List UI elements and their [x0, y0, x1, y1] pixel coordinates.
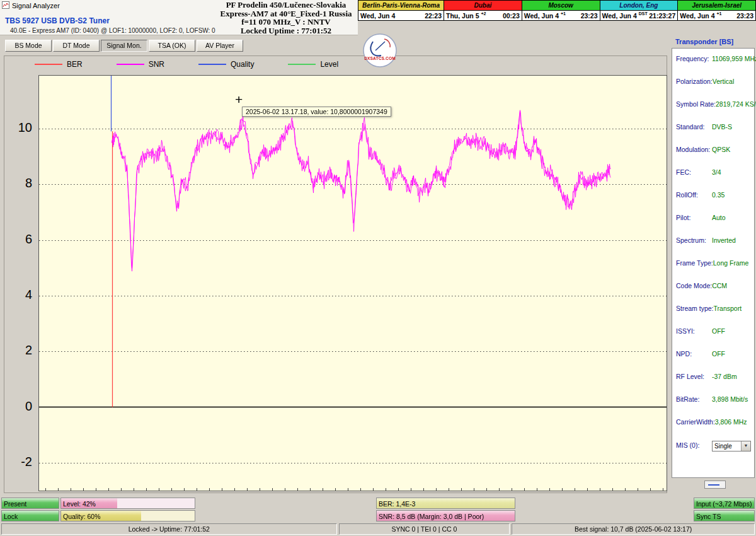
- clock-dubai: DubaiThu, Jun 5+200:23: [444, 0, 522, 21]
- clock-date: Wed, Jun 4: [524, 12, 559, 20]
- transponder-row-bitrate: BitRate:3,898 Mbit/s: [672, 395, 754, 418]
- crosshair-cursor: +: [235, 93, 243, 106]
- transponder-row-polarization: Polarization:Vertical: [672, 78, 754, 100]
- transponder-row-modulation: Modulation:QPSK: [672, 146, 754, 168]
- clock-time-row: Thu, Jun 5+200:23: [444, 11, 522, 20]
- legend-line-swatch: [198, 64, 226, 65]
- transponder-row-mis-0: MIS (0):Single▼: [672, 441, 754, 463]
- transponder-row-code-mode: Code Mode:CCM: [672, 282, 754, 305]
- indicator-fill: [694, 511, 754, 521]
- transponder-label: Pilot:: [676, 214, 712, 221]
- transponder-row-carrierwidth: CarrierWidth:3,806 MHz: [672, 418, 754, 441]
- legend-line-swatch: [288, 64, 316, 65]
- transponder-row-frame-type: Frame Type:Long Frame: [672, 259, 754, 282]
- y-tick-label: 4: [6, 288, 32, 302]
- transponder-value: 3/4: [712, 168, 721, 176]
- indicator-label: Present: [4, 500, 26, 508]
- site-header-line-1: PF Prodelin 450/Lučenec-Slovakia: [213, 1, 359, 9]
- transponder-value: OFF: [712, 327, 725, 335]
- indicator-row-2: LockQuality: 60%SNR: 8,5 dB (Margin: 3,0…: [0, 510, 756, 521]
- mode-tabs: BS ModeDT ModeSignal Mon.TSA (OK)AV Play…: [5, 40, 243, 52]
- panel-scrollbar-thumb[interactable]: [708, 484, 719, 486]
- clock-offset: +2: [481, 11, 486, 16]
- transponder-row-npd: NPD:OFF: [672, 350, 754, 373]
- indicator-level: Level: 42%: [60, 498, 195, 509]
- clock-time-value: 23:23: [581, 12, 598, 20]
- legend-item-snr: SNR: [117, 60, 164, 69]
- transponder-value: OFF: [712, 350, 725, 358]
- indicator-fill: [2, 498, 59, 508]
- y-tick-label: 6: [6, 232, 32, 247]
- tab-signal-mon[interactable]: Signal Mon.: [101, 40, 147, 52]
- tab-bs-mode[interactable]: BS Mode: [5, 40, 52, 52]
- indicator-lock: Lock: [1, 510, 59, 521]
- tab-dt-mode[interactable]: DT Mode: [53, 40, 100, 52]
- clock-offset: DST: [639, 11, 648, 16]
- transponder-label: Frame Type:: [676, 259, 713, 267]
- indicator-fill: [377, 498, 515, 508]
- transponder-row-rolloff: RollOff:0.35: [672, 191, 754, 214]
- transponder-value: Transport: [714, 305, 742, 312]
- transponder-value: 3,898 Mbit/s: [712, 395, 748, 403]
- transponder-label: MIS (0):: [676, 441, 712, 449]
- site-header-line-4: Locked Uptime : 77:01:52: [213, 26, 359, 35]
- y-tick-label: 8: [6, 176, 32, 190]
- transponder-label: RF Level:: [676, 373, 712, 380]
- mis-dropdown-value: Single: [714, 443, 732, 450]
- indicator-sync-ts: Sync TS: [694, 510, 755, 521]
- indicator-present: Present: [1, 498, 59, 509]
- window-title: Signal Analyzer: [12, 2, 60, 9]
- snr-plot-canvas[interactable]: [39, 76, 667, 491]
- tab-av-player[interactable]: AV Player: [197, 40, 243, 52]
- indicator-row-1: PresentLevel: 42%BER: 1,4E-3Input (~3,72…: [0, 498, 756, 509]
- transponder-value: 0.35: [712, 191, 724, 199]
- transponder-row-issyi: ISSYI:OFF: [672, 327, 754, 350]
- panel-scrollbar[interactable]: [704, 481, 726, 489]
- transponder-row-pilot: Pilot:Auto: [672, 214, 754, 236]
- site-header-line-3: f=11 070 MHz_V : NNTV: [213, 18, 359, 26]
- transponder-label: Spectrum:: [676, 236, 712, 244]
- clock-city-label: Jerusalem-Israel: [678, 1, 755, 11]
- transponder-label: BitRate:: [676, 395, 712, 403]
- tuner-name: TBS 5927 USB DVB-S2 Tuner: [5, 16, 110, 25]
- indicator-label: BER: 1,4E-3: [379, 500, 415, 508]
- statusbar: Locked -> Uptime: 77:01:52 SYNC 0 | TEI …: [0, 523, 756, 536]
- transponder-label: Stream type:: [676, 305, 714, 312]
- indicator-label: SNR: 8,5 dB (Margin: 3,0 dB | Poor): [379, 513, 484, 520]
- indicator-input-3-72-mbps: Input (~3,72 Mbps): [694, 498, 755, 509]
- indicator-fill: [61, 511, 141, 521]
- transponder-label: CarrierWidth:: [676, 418, 715, 426]
- clock-moscow: MoscowWed, Jun 4+123:23: [522, 0, 600, 21]
- indicator-quality: Quality: 60%: [60, 510, 195, 521]
- status-best-signal: Best signal: 10,7 dB (2025-06-02 13:17): [512, 523, 755, 535]
- clock-jerusalem-israel: Jerusalem-IsraelWed, Jun 4+123:23: [678, 0, 756, 21]
- tab-tsa-ok[interactable]: TSA (OK): [149, 40, 195, 52]
- clock-time-value: 21:23:27: [649, 12, 675, 20]
- clock-time-value: 00:23: [503, 12, 520, 20]
- clock-date: Wed, Jun 4: [360, 12, 395, 20]
- transponder-label: ISSYI:: [676, 327, 712, 335]
- dxsatcs-logo-text: DXSATCS.COM: [363, 56, 397, 61]
- clock-city-label: London, Eng: [600, 1, 678, 11]
- tuner-details: 40.0E - Express AM7 (ID: 0400) @ LOF1: 1…: [10, 27, 215, 34]
- transponder-title: Transponder [BS]: [675, 38, 733, 45]
- clock-city-label: Berlin-Paris-Vienna-Roma: [358, 1, 444, 11]
- plot-area[interactable]: + 2025-06-02 13.17.18, value: 10,8000001…: [38, 75, 667, 491]
- legend-line-swatch: [117, 64, 144, 65]
- legend-item-quality: Quality: [198, 60, 254, 69]
- chart-panel: BERSNRQualityLevel + 2025-06-02 13.17.18…: [4, 55, 667, 493]
- transponder-value: DVB-S: [712, 123, 732, 131]
- y-tick-label: 10: [6, 120, 32, 135]
- legend-item-ber: BER: [35, 60, 83, 69]
- clock-date: Wed, Jun 4: [680, 12, 714, 20]
- mis-dropdown[interactable]: Single▼: [712, 441, 751, 452]
- chart-legend: BERSNRQualityLevel: [35, 59, 372, 70]
- transponder-value: CCM: [712, 282, 727, 289]
- indicator-fill: [377, 511, 515, 521]
- chevron-down-icon: ▼: [741, 441, 750, 451]
- transponder-label: FEC:: [676, 168, 712, 176]
- transponder-row-symbol-rate: Symbol Rate:2819,724 KS/s: [672, 100, 754, 123]
- y-tick-label: -2: [6, 455, 32, 469]
- transponder-row-spectrum: Spectrum:Inverted: [672, 236, 754, 259]
- transponder-value: Vertical: [713, 78, 734, 85]
